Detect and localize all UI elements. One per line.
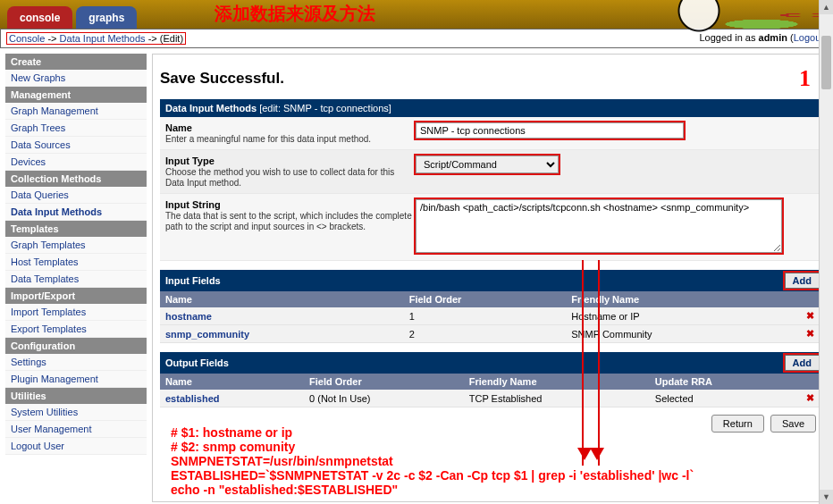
- sidebar-item-system-utilities[interactable]: System Utilities: [5, 404, 147, 421]
- delete-icon[interactable]: ✖: [801, 390, 820, 407]
- column-header: Field Order: [304, 374, 464, 390]
- sidebar: CreateNew GraphsManagementGraph Manageme…: [5, 54, 147, 502]
- save-successful-heading: Save Successful.: [160, 70, 284, 88]
- sidebar-section: Create: [5, 54, 147, 70]
- scroll-down-icon[interactable]: ▼: [820, 490, 833, 504]
- annotation-chinese: 添加数据来源及方法: [215, 2, 375, 26]
- sidebar-item-graph-management[interactable]: Graph Management: [5, 103, 147, 120]
- column-header: Update RRA: [650, 374, 801, 390]
- annotation-line-3: SNMPNETSTAT=/usr/bin/snmpnetstat: [171, 454, 694, 468]
- sidebar-item-user-management[interactable]: User Management: [5, 421, 147, 438]
- sidebar-section: Utilities: [5, 388, 147, 404]
- sidebar-item-data-templates[interactable]: Data Templates: [5, 271, 147, 288]
- return-button[interactable]: Return: [711, 415, 764, 433]
- output-fields-table: NameField OrderFriendly NameUpdate RRAes…: [160, 374, 820, 407]
- breadcrumb-dim[interactable]: Data Input Methods: [60, 33, 146, 44]
- sidebar-item-data-input-methods[interactable]: Data Input Methods: [5, 204, 147, 221]
- sidebar-item-export-templates[interactable]: Export Templates: [5, 321, 147, 338]
- tab-graphs[interactable]: graphs: [76, 6, 137, 29]
- sidebar-section: Import/Export: [5, 288, 147, 304]
- breadcrumb: Console -> Data Input Methods -> (Edit): [6, 32, 186, 45]
- table-row: established0 (Not In Use)TCP Established…: [160, 390, 820, 407]
- sidebar-section: Configuration: [5, 338, 147, 354]
- sidebar-item-data-sources[interactable]: Data Sources: [5, 137, 147, 154]
- scroll-thumb[interactable]: [821, 36, 831, 89]
- column-header: Field Order: [404, 291, 567, 307]
- sidebar-item-import-templates[interactable]: Import Templates: [5, 304, 147, 321]
- sidebar-item-plugin-management[interactable]: Plugin Management: [5, 371, 147, 388]
- column-header: Friendly Name: [566, 291, 801, 307]
- sidebar-section: Templates: [5, 221, 147, 237]
- help-input-string: The data that is sent to the script, whi…: [165, 211, 412, 231]
- label-input-string: Input String: [165, 199, 416, 210]
- app-header: console graphs 添加数据来源及方法: [0, 0, 833, 29]
- help-name: Enter a meaningful name for this data in…: [165, 134, 371, 144]
- vertical-scrollbar[interactable]: ▲ ▼: [819, 0, 833, 504]
- select-input-type[interactable]: Script/Command: [416, 155, 559, 173]
- label-name: Name: [165, 122, 416, 133]
- breadcrumb-console[interactable]: Console: [9, 33, 45, 44]
- sidebar-item-new-graphs[interactable]: New Graphs: [5, 70, 147, 87]
- sidebar-item-logout-user[interactable]: Logout User: [5, 438, 147, 455]
- content-panel: Save Successful. 1 Data Input Methods [e…: [152, 54, 828, 502]
- sidebar-item-devices[interactable]: Devices: [5, 154, 147, 171]
- sidebar-item-data-queries[interactable]: Data Queries: [5, 187, 147, 204]
- input-fields-table: NameField OrderFriendly Namehostname1Hos…: [160, 291, 820, 343]
- field-link[interactable]: hostname: [165, 311, 212, 322]
- delete-icon[interactable]: ✖: [801, 307, 820, 325]
- sidebar-section: Management: [5, 87, 147, 103]
- sidebar-section: Collection Methods: [5, 171, 147, 187]
- input-name[interactable]: [416, 122, 684, 139]
- annotation-number-1: 1: [799, 65, 811, 92]
- sidebar-item-settings[interactable]: Settings: [5, 354, 147, 371]
- sidebar-item-graph-templates[interactable]: Graph Templates: [5, 237, 147, 254]
- column-header: Name: [160, 291, 404, 307]
- add-output-field-button[interactable]: Add: [785, 355, 820, 371]
- annotation-line-2: # $2: snmp comunity: [171, 440, 694, 454]
- table-row: snmp_community2SNMP Community✖: [160, 325, 820, 343]
- annotation-line-5: echo -n "established:$ESTABLISHED": [171, 483, 694, 497]
- add-input-field-button[interactable]: Add: [785, 273, 820, 289]
- column-header: Name: [160, 374, 304, 390]
- textarea-input-string[interactable]: /bin/bash <path_cacti>/scripts/tcpconn.s…: [416, 199, 782, 253]
- delete-icon[interactable]: ✖: [801, 325, 820, 343]
- sidebar-item-graph-trees[interactable]: Graph Trees: [5, 120, 147, 137]
- annotation-line-4: ESTABLISHED=`$SNMPNETSTAT -v 2c -c $2 -C…: [171, 468, 694, 483]
- breadcrumb-edit: (Edit): [160, 33, 183, 44]
- tab-console[interactable]: console: [7, 6, 72, 29]
- header-banner-art: [520, 0, 833, 36]
- label-input-type: Input Type: [165, 155, 416, 166]
- help-input-type: Choose the method you wish to use to col…: [165, 167, 394, 188]
- output-fields-header: Output Fields Add: [160, 352, 820, 374]
- table-row: hostname1Hostname or IP✖: [160, 307, 820, 325]
- field-link[interactable]: established: [165, 393, 220, 404]
- sidebar-item-host-templates[interactable]: Host Templates: [5, 254, 147, 271]
- input-fields-header: Input Fields Add: [160, 270, 820, 291]
- column-header: Friendly Name: [464, 374, 650, 390]
- section-header-dim: Data Input Methods [edit: SNMP - tcp con…: [160, 99, 820, 117]
- save-button[interactable]: Save: [770, 415, 816, 433]
- scroll-up-icon[interactable]: ▲: [820, 0, 833, 14]
- field-link[interactable]: snmp_community: [165, 329, 249, 340]
